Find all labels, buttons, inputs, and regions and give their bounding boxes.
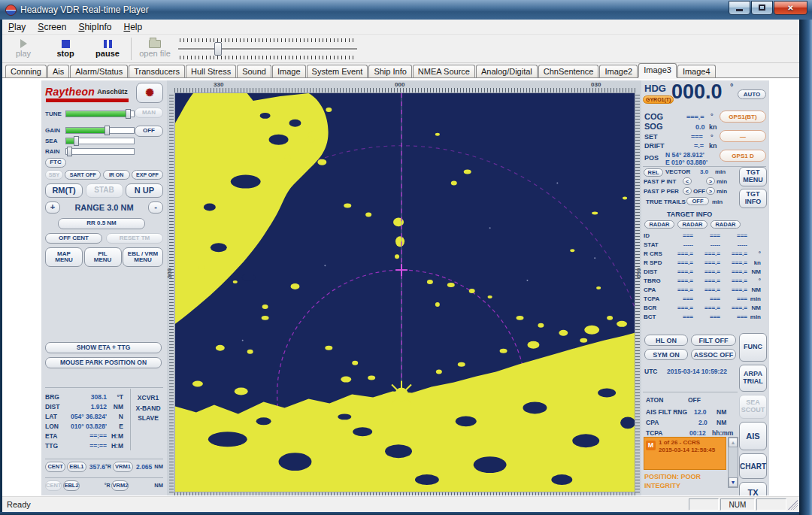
map-menu-button[interactable]: MAPMENU bbox=[45, 247, 83, 267]
past-int-dec-button[interactable]: < bbox=[683, 177, 692, 185]
show-eta-ttg-button[interactable]: SHOW ETA + TTG bbox=[45, 342, 162, 353]
open-file-button[interactable]: open file bbox=[134, 36, 176, 62]
tab-image4[interactable]: Image4 bbox=[677, 65, 716, 77]
tab-chnsentence[interactable]: ChnSentence bbox=[538, 65, 599, 77]
tab-analog-digital[interactable]: Analog/Digital bbox=[476, 65, 538, 77]
menu-screen[interactable]: Screen bbox=[32, 20, 72, 34]
alarm-scrollbar[interactable]: ▲ ▼ bbox=[728, 437, 738, 488]
tgt-info-button[interactable]: TGTINFO bbox=[739, 189, 767, 208]
range-plus-button[interactable]: + bbox=[45, 201, 60, 214]
timeline-slider[interactable] bbox=[178, 38, 357, 59]
close-button[interactable]: ✕ bbox=[774, 1, 807, 15]
scroll-up-button[interactable]: ▲ bbox=[729, 438, 738, 447]
filt-off-button[interactable]: FILT OFF bbox=[691, 335, 736, 346]
radar1-button[interactable]: RADAR bbox=[644, 220, 674, 229]
gain-slider[interactable] bbox=[65, 127, 135, 134]
ir-on-button[interactable]: IR ON bbox=[103, 170, 130, 180]
ebl2-button[interactable]: EBL2 bbox=[63, 480, 79, 491]
tx-button[interactable]: TX bbox=[739, 482, 767, 495]
off-cent-button[interactable]: OFF CENT bbox=[45, 233, 102, 244]
sea-scout-button[interactable]: SEASCOUT bbox=[739, 395, 767, 419]
tab-conning[interactable]: Conning bbox=[5, 65, 47, 77]
brand-raytheon: Raytheon bbox=[45, 86, 95, 98]
cent2-button[interactable]: CENT bbox=[45, 480, 62, 491]
ebl1-row: CENT EBL1 357.6 °R VRM1 2.065 NM bbox=[45, 459, 163, 471]
radar3-button[interactable]: RADAR bbox=[710, 220, 741, 229]
clutter-button-row: SBY SART OFF IR ON EXP OFF bbox=[45, 170, 163, 180]
ebl1-button[interactable]: EBL1 bbox=[67, 462, 86, 472]
auto-button[interactable]: AUTO bbox=[738, 89, 766, 99]
gps1d-button[interactable]: GPS1 D bbox=[720, 150, 766, 162]
brand-logo-button[interactable]: ✺ bbox=[136, 83, 163, 103]
assoc-off-button[interactable]: ASSOC OFF bbox=[691, 349, 736, 360]
pil-menu-button[interactable]: PILMENU bbox=[84, 247, 122, 267]
play-button[interactable]: play bbox=[2, 36, 44, 62]
off-button[interactable]: OFF bbox=[135, 126, 163, 137]
menu-help[interactable]: Help bbox=[117, 20, 148, 34]
tab-alarm-status[interactable]: Alarm/Status bbox=[70, 65, 128, 77]
mouse-park-button[interactable]: MOUSE PARK POSITION ON bbox=[45, 357, 162, 368]
vrm1-button[interactable]: VRM1 bbox=[113, 462, 133, 472]
hl-on-button[interactable]: HL ON bbox=[644, 335, 688, 346]
stop-button[interactable]: stop bbox=[44, 36, 86, 62]
n-up-button[interactable]: N UP bbox=[126, 183, 163, 198]
ftc-button[interactable]: FTC bbox=[45, 158, 66, 168]
radar-left-panel: Raytheon Anschütz ✺ TUNE MAN GAIN OFF SE… bbox=[41, 80, 167, 495]
tab-ship-info[interactable]: Ship Info bbox=[368, 65, 411, 77]
tune-slider[interactable] bbox=[65, 111, 135, 117]
range-minus-button[interactable]: - bbox=[148, 201, 163, 214]
exp-off-button[interactable]: EXP OFF bbox=[132, 170, 163, 180]
ais-button[interactable]: AIS bbox=[739, 422, 767, 450]
rain-slider[interactable] bbox=[65, 148, 135, 155]
table-row: BCT=========min bbox=[644, 312, 767, 321]
func-button[interactable]: FUNC bbox=[739, 333, 767, 362]
minimize-button[interactable] bbox=[729, 1, 750, 15]
reset-tm-button[interactable]: RESET TM bbox=[106, 233, 163, 244]
pause-button[interactable]: pause bbox=[86, 36, 129, 62]
ebl-vrm-menu-button[interactable]: EBL / VRMMENU bbox=[123, 247, 163, 267]
chart-button[interactable]: CHART bbox=[739, 453, 767, 479]
maximize-button[interactable] bbox=[751, 1, 773, 15]
rr-button[interactable]: RR 0.5 NM bbox=[58, 218, 145, 229]
cent1-button[interactable]: CENT bbox=[45, 462, 65, 472]
tab-transducers[interactable]: Transducers bbox=[129, 65, 185, 77]
tab-sound[interactable]: Sound bbox=[237, 65, 271, 77]
past-per-dec-button[interactable]: < bbox=[683, 187, 692, 195]
rm-t-button[interactable]: RM(T) bbox=[45, 183, 83, 198]
sea-slider[interactable] bbox=[65, 138, 135, 144]
scroll-down-button[interactable]: ▼ bbox=[729, 477, 738, 487]
trails-off-button[interactable]: OFF bbox=[686, 197, 709, 205]
tab-nmea-source[interactable]: NMEA Source bbox=[413, 65, 475, 77]
vrm2-button[interactable]: VRM2 bbox=[111, 480, 129, 491]
stab-button[interactable]: STAB bbox=[86, 183, 123, 198]
arpa-trial-button[interactable]: ARPATRIAL bbox=[739, 365, 767, 392]
menu-play[interactable]: Play bbox=[2, 20, 32, 34]
resize-grip[interactable] bbox=[788, 500, 798, 510]
past-int-inc-button[interactable]: > bbox=[706, 177, 715, 185]
radar2-button[interactable]: RADAR bbox=[677, 220, 707, 229]
tgt-menu-button[interactable]: TGTMENU bbox=[739, 167, 767, 186]
slider-thumb[interactable] bbox=[214, 42, 222, 56]
alarm-message-box[interactable]: M 1 of 26 - CCRS 2015-03-14 12:58:45 bbox=[644, 437, 726, 470]
past-per-inc-button[interactable]: > bbox=[706, 187, 715, 195]
tab-ais[interactable]: Ais bbox=[47, 65, 69, 77]
tab-system-event[interactable]: System Event bbox=[307, 65, 368, 77]
radar-ppi[interactable] bbox=[174, 92, 635, 492]
man-button[interactable]: MAN bbox=[135, 108, 163, 118]
menu-shipinfo[interactable]: ShipInfo bbox=[72, 20, 117, 34]
cog-value: ===.= bbox=[686, 114, 704, 121]
tab-hull-stress[interactable]: Hull Stress bbox=[186, 65, 236, 77]
title-bar[interactable]: Headway VDR Real-time Player ✕ bbox=[0, 0, 812, 20]
sby-button[interactable]: SBY bbox=[45, 170, 63, 180]
tab-image3[interactable]: Image3 bbox=[638, 63, 677, 77]
sart-off-button[interactable]: SART OFF bbox=[65, 170, 101, 180]
tab-image2[interactable]: Image2 bbox=[599, 65, 638, 77]
gps1bt-button[interactable]: GPS1(BT) bbox=[720, 111, 766, 123]
tab-image[interactable]: Image bbox=[272, 65, 306, 77]
sym-on-button[interactable]: SYM ON bbox=[644, 349, 688, 360]
dash-source-button[interactable]: — bbox=[720, 130, 766, 142]
arrow-up-icon: ▲ bbox=[731, 440, 736, 445]
rel-button[interactable]: REL bbox=[644, 168, 663, 177]
set-value: === bbox=[691, 133, 703, 141]
slider-track[interactable] bbox=[178, 48, 357, 50]
